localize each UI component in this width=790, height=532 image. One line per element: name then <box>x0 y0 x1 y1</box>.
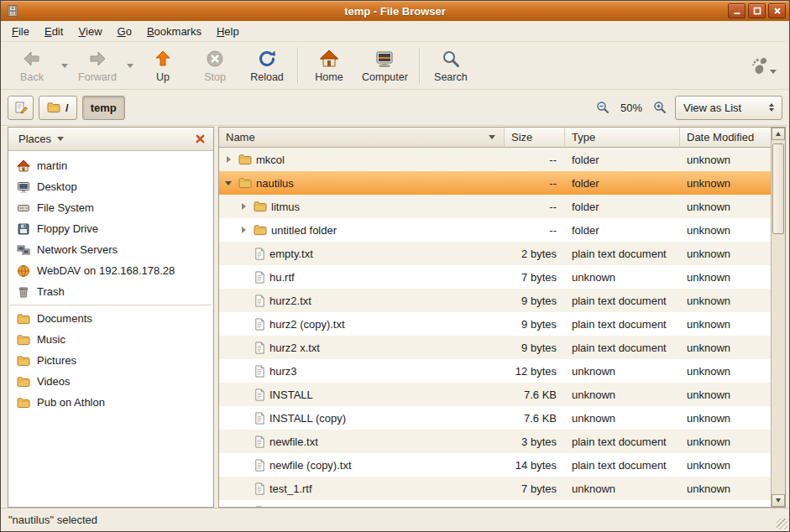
menu-edit[interactable]: Edit <box>37 21 71 41</box>
file-name: empty.txt <box>269 248 313 260</box>
text-file-icon <box>254 342 265 354</box>
close-side-pane-button[interactable] <box>192 132 208 146</box>
column-header-row: NameSizeTypeDate Modified <box>219 128 771 148</box>
vertical-scrollbar[interactable] <box>771 128 785 507</box>
zoom-in-button[interactable] <box>650 99 670 116</box>
expand-expander-icon[interactable] <box>238 201 249 212</box>
title-bar[interactable]: temp - File Browser <box>1 1 789 21</box>
size-cell: 14 bytes <box>505 453 565 477</box>
home-folder-icon <box>17 159 30 173</box>
menu-view[interactable]: View <box>71 21 109 41</box>
sidebar-item-documents[interactable]: Documents <box>8 308 213 329</box>
sidebar-item-martin[interactable]: martin <box>8 155 213 176</box>
expand-expander-icon[interactable] <box>222 154 234 165</box>
sidebar-item-floppy-drive[interactable]: Floppy Drive <box>8 218 213 239</box>
file-row-hurz2-copy-txt[interactable]: hurz2 (copy).txt9 bytesplain text docume… <box>219 312 771 336</box>
sidebar-item-label: Pub on Athlon <box>37 396 105 409</box>
sidebar-item-label: Trash <box>37 285 65 298</box>
network-icon <box>17 243 30 257</box>
search-button[interactable]: Search <box>425 45 477 86</box>
maximize-button[interactable] <box>748 3 766 18</box>
file-row-test-1-rtf[interactable]: test_1.rtf7 bytesunknownunknown <box>219 477 771 500</box>
file-row-nautilus[interactable]: nautilus--folderunknown <box>219 171 771 195</box>
menu-file[interactable]: File <box>4 21 37 41</box>
forward-history-dropdown[interactable] <box>123 53 137 78</box>
sidebar-item-label: Pictures <box>37 354 76 367</box>
scroll-down-button[interactable] <box>772 494 785 507</box>
file-row-newfile-copy-txt[interactable]: newfile (copy).txt14 bytesplain text doc… <box>219 453 771 477</box>
size-cell: -- <box>505 195 565 218</box>
menu-go[interactable]: Go <box>110 21 139 41</box>
file-row-untitled-folder-2-[interactable]: untitled folder (2)1.7 KBunknownunknown <box>219 500 771 507</box>
sidebar-item-music[interactable]: Music <box>8 329 213 350</box>
toolbar-button-label: Back <box>20 71 44 83</box>
column-header-type[interactable]: Type <box>565 128 680 148</box>
scrollbar-track[interactable] <box>772 140 785 494</box>
type-cell: unknown <box>565 477 680 500</box>
menu-help[interactable]: Help <box>209 21 247 41</box>
resize-grip[interactable] <box>777 519 787 529</box>
collapse-expander-icon[interactable] <box>222 177 234 189</box>
name-cell: untitled folder <box>219 218 505 242</box>
file-row-install-copy-[interactable]: INSTALL (copy)7.6 KBunknownunknown <box>219 406 771 430</box>
text-file-icon <box>254 295 265 307</box>
path-button-root[interactable]: / <box>39 96 77 120</box>
text-file-icon <box>254 389 265 401</box>
file-row-hurz3[interactable]: hurz312 bytesunknownunknown <box>219 359 771 383</box>
toolbar-separator <box>297 48 299 83</box>
text-file-icon <box>254 459 265 472</box>
file-name: nautilus <box>256 177 294 190</box>
sidebar-item-label: WebDAV on 192.168.178.28 <box>37 264 175 277</box>
computer-button[interactable]: Computer <box>355 45 415 86</box>
file-row-install[interactable]: INSTALL7.6 KBunknownunknown <box>219 383 771 406</box>
path-button-current[interactable]: temp <box>82 96 125 120</box>
zoom-out-button[interactable] <box>593 99 613 116</box>
file-row-mkcol[interactable]: mkcol--folderunknown <box>219 148 771 171</box>
sidebar-item-webdav-on-192-168-178-28[interactable]: WebDAV on 192.168.178.28 <box>8 260 213 281</box>
places-selector[interactable]: Places <box>13 131 69 147</box>
menu-bookmarks[interactable]: Bookmarks <box>139 21 209 41</box>
size-cell: -- <box>505 148 565 171</box>
column-header-name[interactable]: Name <box>219 128 505 148</box>
view-as-selector[interactable]: View as List <box>675 96 782 120</box>
modified-cell: unknown <box>680 148 771 171</box>
type-cell: plain text document <box>565 289 680 312</box>
main-area: Places martinDesktopFile SystemFloppy Dr… <box>1 126 789 508</box>
expand-expander-icon[interactable] <box>238 224 249 236</box>
sidebar-item-network-servers[interactable]: Network Servers <box>8 239 213 260</box>
close-button[interactable] <box>768 3 786 18</box>
sidebar-item-desktop[interactable]: Desktop <box>8 176 213 197</box>
name-cell: hurz3 <box>219 359 505 383</box>
sidebar-item-file-system[interactable]: File System <box>8 197 213 218</box>
text-file-icon <box>254 436 265 448</box>
scrollbar-thumb[interactable] <box>772 143 784 234</box>
scroll-up-button[interactable] <box>772 128 785 140</box>
toggle-location-entry-button[interactable] <box>8 96 34 120</box>
file-row-empty-txt[interactable]: empty.txt2 bytesplain text documentunkno… <box>219 242 771 265</box>
minimize-button[interactable] <box>728 3 746 18</box>
sidebar-item-videos[interactable]: Videos <box>8 371 213 392</box>
file-row-hurz2-x-txt[interactable]: hurz2 x.txt9 bytesplain text documentunk… <box>219 336 771 359</box>
file-row-litmus[interactable]: litmus--folderunknown <box>219 195 771 218</box>
type-cell: plain text document <box>565 312 680 336</box>
back-history-dropdown[interactable] <box>58 53 71 78</box>
file-row-newfile-txt[interactable]: newfile.txt3 bytesplain text documentunk… <box>219 430 771 453</box>
size-cell: 9 bytes <box>505 336 565 359</box>
gnome-logo[interactable] <box>749 54 779 78</box>
name-cell: test_1.rtf <box>219 477 505 500</box>
file-row-hu-rtf[interactable]: hu.rtf7 bytesunknownunknown <box>219 265 771 289</box>
file-row-hurz2-txt[interactable]: hurz2.txt9 bytesplain text documentunkno… <box>219 289 771 312</box>
sidebar-item-pub-on-athlon[interactable]: Pub on Athlon <box>8 392 213 413</box>
toolbar-button-label: Forward <box>78 71 117 83</box>
reload-button[interactable]: Reload <box>241 45 293 86</box>
toolbar-button-label: Up <box>156 71 170 83</box>
home-button[interactable]: Home <box>303 45 355 86</box>
column-header-size[interactable]: Size <box>505 128 565 148</box>
up-button[interactable]: Up <box>137 45 189 86</box>
name-cell: hu.rtf <box>219 265 505 289</box>
file-row-untitled-folder[interactable]: untitled folder--folderunknown <box>219 218 771 242</box>
column-header-date-modified[interactable]: Date Modified <box>680 128 771 148</box>
sidebar-item-trash[interactable]: Trash <box>8 281 213 302</box>
expander-spacer <box>238 459 249 471</box>
sidebar-item-pictures[interactable]: Pictures <box>8 350 213 371</box>
